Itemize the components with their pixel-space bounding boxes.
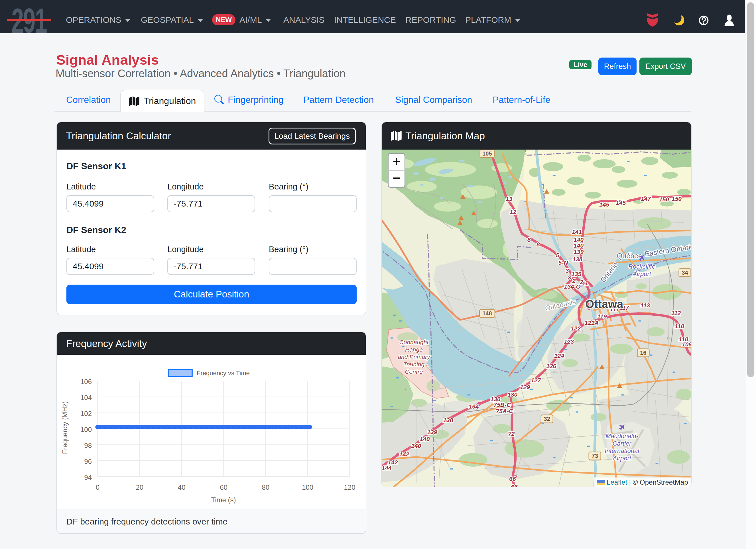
svg-text:110: 110 bbox=[675, 323, 684, 329]
svg-text:140: 140 bbox=[574, 242, 584, 249]
svg-text:16: 16 bbox=[640, 349, 646, 356]
svg-text:Centre: Centre bbox=[405, 368, 423, 375]
svg-text:119: 119 bbox=[597, 313, 607, 320]
svg-text:141: 141 bbox=[572, 229, 582, 235]
svg-text:8: 8 bbox=[536, 241, 540, 248]
svg-text:127: 127 bbox=[531, 377, 541, 383]
svg-text:Airport: Airport bbox=[632, 271, 651, 277]
svg-text:120: 120 bbox=[344, 483, 355, 491]
svg-text:34: 34 bbox=[682, 270, 688, 276]
svg-text:13: 13 bbox=[506, 196, 513, 202]
svg-text:60: 60 bbox=[220, 483, 227, 491]
svg-text:0: 0 bbox=[95, 483, 99, 491]
svg-text:International: International bbox=[605, 447, 639, 454]
svg-text:Ottawa: Ottawa bbox=[585, 298, 623, 310]
svg-text:134: 134 bbox=[469, 403, 479, 410]
svg-text:140: 140 bbox=[574, 237, 584, 243]
svg-text:Québec: Québec bbox=[617, 252, 642, 260]
svg-text:Time (s): Time (s) bbox=[211, 496, 236, 504]
svg-text:121A: 121A bbox=[585, 319, 599, 326]
svg-text:40: 40 bbox=[178, 483, 185, 491]
svg-text:126: 126 bbox=[546, 363, 556, 369]
svg-text:73: 73 bbox=[592, 453, 598, 459]
svg-text:98: 98 bbox=[84, 442, 92, 449]
svg-text:139: 139 bbox=[427, 429, 437, 435]
svg-text:8: 8 bbox=[527, 237, 531, 243]
svg-text:3: 3 bbox=[568, 274, 571, 280]
svg-text:135: 135 bbox=[571, 271, 581, 277]
svg-text:100: 100 bbox=[80, 426, 92, 433]
svg-text:Cartier: Cartier bbox=[613, 440, 632, 447]
svg-text:144: 144 bbox=[382, 465, 392, 471]
svg-text:Connaught: Connaught bbox=[399, 339, 429, 345]
svg-text:102: 102 bbox=[80, 410, 92, 417]
svg-text:104: 104 bbox=[80, 394, 92, 401]
svg-text:5: 5 bbox=[556, 252, 559, 259]
svg-text:20: 20 bbox=[136, 483, 143, 491]
svg-text:5-N: 5-N bbox=[558, 259, 568, 266]
svg-text:12: 12 bbox=[510, 209, 517, 215]
svg-text:129: 129 bbox=[520, 384, 530, 390]
svg-text:140: 140 bbox=[420, 436, 430, 442]
svg-text:Range: Range bbox=[405, 346, 423, 353]
svg-text:100: 100 bbox=[302, 483, 313, 491]
svg-text:Macdonald-: Macdonald- bbox=[605, 432, 638, 440]
svg-text:106: 106 bbox=[80, 378, 92, 385]
svg-text:130: 130 bbox=[507, 391, 517, 398]
svg-text:32: 32 bbox=[544, 416, 550, 422]
svg-text:105: 105 bbox=[482, 151, 492, 157]
svg-text:112: 112 bbox=[671, 310, 681, 316]
svg-text:142: 142 bbox=[399, 451, 409, 457]
svg-text:122: 122 bbox=[571, 325, 581, 331]
svg-text:145: 145 bbox=[616, 200, 626, 206]
svg-text:113: 113 bbox=[641, 302, 650, 308]
svg-text:148: 148 bbox=[482, 310, 492, 317]
svg-text:94: 94 bbox=[84, 473, 92, 481]
svg-text:1: 1 bbox=[585, 280, 588, 286]
svg-text:138: 138 bbox=[572, 256, 582, 263]
svg-text:66: 66 bbox=[511, 483, 518, 487]
svg-text:139: 139 bbox=[574, 249, 584, 255]
svg-text:Airport: Airport bbox=[612, 455, 631, 462]
svg-text:72: 72 bbox=[508, 430, 515, 437]
svg-text:150: 150 bbox=[659, 196, 669, 203]
svg-text:123: 123 bbox=[564, 338, 574, 345]
svg-text:109: 109 bbox=[682, 341, 691, 347]
svg-text:124: 124 bbox=[554, 352, 564, 359]
svg-text:Frequency vs Time: Frequency vs Time bbox=[196, 369, 249, 377]
svg-text:147: 147 bbox=[641, 196, 651, 202]
svg-text:80: 80 bbox=[262, 483, 269, 491]
svg-text:96: 96 bbox=[84, 457, 92, 465]
svg-text:75B-C: 75B-C bbox=[494, 401, 511, 408]
svg-text:75A-C: 75A-C bbox=[496, 408, 513, 414]
svg-text:66: 66 bbox=[509, 475, 516, 482]
svg-text:140: 140 bbox=[411, 442, 421, 449]
svg-text:and Primary: and Primary bbox=[398, 353, 430, 360]
svg-text:145: 145 bbox=[599, 201, 609, 208]
svg-text:Frequency (MHz): Frequency (MHz) bbox=[61, 401, 68, 454]
svg-text:150: 150 bbox=[672, 196, 682, 202]
svg-text:3: 3 bbox=[566, 267, 569, 274]
svg-text:134-O: 134-O bbox=[564, 283, 581, 290]
svg-text:Rockcliffe: Rockcliffe bbox=[628, 263, 655, 270]
svg-text:Training: Training bbox=[403, 361, 425, 367]
svg-text:138: 138 bbox=[443, 417, 453, 423]
